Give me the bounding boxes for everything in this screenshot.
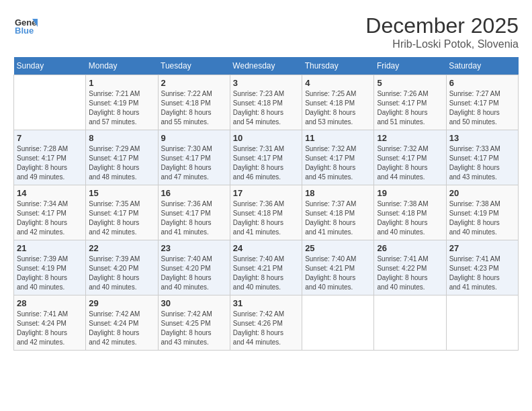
weekday-header-friday: Friday <box>374 57 446 75</box>
day-info: Sunrise: 7:36 AM Sunset: 4:18 PM Dayligh… <box>233 199 299 237</box>
calendar-cell: 29Sunrise: 7:42 AM Sunset: 4:24 PM Dayli… <box>86 295 158 351</box>
calendar-cell: 17Sunrise: 7:36 AM Sunset: 4:18 PM Dayli… <box>230 185 302 240</box>
calendar-cell: 4Sunrise: 7:25 AM Sunset: 4:18 PM Daylig… <box>302 75 374 130</box>
calendar-cell: 5Sunrise: 7:26 AM Sunset: 4:17 PM Daylig… <box>374 75 446 130</box>
day-info: Sunrise: 7:21 AM Sunset: 4:19 PM Dayligh… <box>89 89 154 127</box>
calendar-cell: 8Sunrise: 7:29 AM Sunset: 4:17 PM Daylig… <box>86 130 158 185</box>
calendar-cell <box>446 295 518 351</box>
day-number: 9 <box>161 133 227 143</box>
calendar-cell: 18Sunrise: 7:37 AM Sunset: 4:18 PM Dayli… <box>302 185 374 240</box>
day-info: Sunrise: 7:41 AM Sunset: 4:22 PM Dayligh… <box>377 255 443 292</box>
calendar-cell: 24Sunrise: 7:40 AM Sunset: 4:21 PM Dayli… <box>230 240 302 295</box>
day-info: Sunrise: 7:36 AM Sunset: 4:17 PM Dayligh… <box>161 199 227 237</box>
day-number: 10 <box>233 133 299 143</box>
calendar-cell: 30Sunrise: 7:42 AM Sunset: 4:25 PM Dayli… <box>158 295 230 351</box>
calendar-cell: 19Sunrise: 7:38 AM Sunset: 4:18 PM Dayli… <box>374 185 446 240</box>
location-title: Hrib-Loski Potok, Slovenia <box>365 38 519 50</box>
day-number: 29 <box>89 298 154 308</box>
day-info: Sunrise: 7:42 AM Sunset: 4:26 PM Dayligh… <box>233 310 299 347</box>
day-info: Sunrise: 7:40 AM Sunset: 4:21 PM Dayligh… <box>305 255 371 292</box>
calendar-body: 1Sunrise: 7:21 AM Sunset: 4:19 PM Daylig… <box>14 75 519 351</box>
day-number: 19 <box>377 188 443 198</box>
day-number: 22 <box>89 243 154 253</box>
day-info: Sunrise: 7:42 AM Sunset: 4:25 PM Dayligh… <box>161 310 227 347</box>
day-info: Sunrise: 7:30 AM Sunset: 4:17 PM Dayligh… <box>161 144 227 182</box>
day-number: 13 <box>449 133 515 143</box>
logo: General Blue <box>13 13 38 38</box>
day-info: Sunrise: 7:38 AM Sunset: 4:18 PM Dayligh… <box>377 199 443 237</box>
calendar-week-5: 28Sunrise: 7:41 AM Sunset: 4:24 PM Dayli… <box>14 295 519 351</box>
day-info: Sunrise: 7:23 AM Sunset: 4:18 PM Dayligh… <box>233 89 299 127</box>
day-number: 3 <box>233 78 299 88</box>
calendar-table: SundayMondayTuesdayWednesdayThursdayFrid… <box>13 57 519 351</box>
calendar-cell: 26Sunrise: 7:41 AM Sunset: 4:22 PM Dayli… <box>374 240 446 295</box>
weekday-header-thursday: Thursday <box>302 57 374 75</box>
calendar-week-4: 21Sunrise: 7:39 AM Sunset: 4:19 PM Dayli… <box>14 240 519 295</box>
calendar-cell: 1Sunrise: 7:21 AM Sunset: 4:19 PM Daylig… <box>86 75 158 130</box>
calendar-cell: 25Sunrise: 7:40 AM Sunset: 4:21 PM Dayli… <box>302 240 374 295</box>
day-info: Sunrise: 7:31 AM Sunset: 4:17 PM Dayligh… <box>233 144 299 182</box>
calendar-cell: 14Sunrise: 7:34 AM Sunset: 4:17 PM Dayli… <box>14 185 86 240</box>
day-number: 8 <box>89 133 154 143</box>
day-number: 18 <box>305 188 371 198</box>
calendar-cell: 2Sunrise: 7:22 AM Sunset: 4:18 PM Daylig… <box>158 75 230 130</box>
calendar-week-2: 7Sunrise: 7:28 AM Sunset: 4:17 PM Daylig… <box>14 130 519 185</box>
calendar-cell: 31Sunrise: 7:42 AM Sunset: 4:26 PM Dayli… <box>230 295 302 351</box>
day-info: Sunrise: 7:25 AM Sunset: 4:18 PM Dayligh… <box>305 89 371 127</box>
page-header: General Blue December 2025 Hrib-Loski Po… <box>13 13 519 50</box>
day-info: Sunrise: 7:27 AM Sunset: 4:17 PM Dayligh… <box>449 89 515 127</box>
day-number: 17 <box>233 188 299 198</box>
calendar-cell: 7Sunrise: 7:28 AM Sunset: 4:17 PM Daylig… <box>14 130 86 185</box>
day-info: Sunrise: 7:41 AM Sunset: 4:24 PM Dayligh… <box>17 310 83 347</box>
day-info: Sunrise: 7:29 AM Sunset: 4:17 PM Dayligh… <box>89 144 154 182</box>
calendar-cell: 22Sunrise: 7:39 AM Sunset: 4:20 PM Dayli… <box>86 240 158 295</box>
day-info: Sunrise: 7:42 AM Sunset: 4:24 PM Dayligh… <box>89 310 154 347</box>
weekday-header-sunday: Sunday <box>14 57 86 75</box>
calendar-cell: 20Sunrise: 7:38 AM Sunset: 4:19 PM Dayli… <box>446 185 518 240</box>
calendar-cell <box>14 75 86 130</box>
day-number: 23 <box>161 243 227 253</box>
calendar-week-1: 1Sunrise: 7:21 AM Sunset: 4:19 PM Daylig… <box>14 75 519 130</box>
day-number: 11 <box>305 133 371 143</box>
day-number: 24 <box>233 243 299 253</box>
weekday-header-saturday: Saturday <box>446 57 518 75</box>
day-number: 7 <box>17 133 83 143</box>
calendar-cell: 23Sunrise: 7:40 AM Sunset: 4:20 PM Dayli… <box>158 240 230 295</box>
day-number: 31 <box>233 298 299 308</box>
calendar-cell: 12Sunrise: 7:32 AM Sunset: 4:17 PM Dayli… <box>374 130 446 185</box>
day-info: Sunrise: 7:34 AM Sunset: 4:17 PM Dayligh… <box>17 199 83 237</box>
title-block: December 2025 Hrib-Loski Potok, Slovenia <box>365 13 519 50</box>
day-number: 5 <box>377 78 443 88</box>
day-info: Sunrise: 7:33 AM Sunset: 4:17 PM Dayligh… <box>449 144 515 182</box>
calendar-cell: 27Sunrise: 7:41 AM Sunset: 4:23 PM Dayli… <box>446 240 518 295</box>
day-info: Sunrise: 7:39 AM Sunset: 4:20 PM Dayligh… <box>89 255 154 292</box>
day-info: Sunrise: 7:38 AM Sunset: 4:19 PM Dayligh… <box>449 199 515 237</box>
calendar-cell: 6Sunrise: 7:27 AM Sunset: 4:17 PM Daylig… <box>446 75 518 130</box>
calendar-cell: 13Sunrise: 7:33 AM Sunset: 4:17 PM Dayli… <box>446 130 518 185</box>
month-title: December 2025 <box>365 13 519 38</box>
calendar-cell <box>302 295 374 351</box>
day-info: Sunrise: 7:40 AM Sunset: 4:21 PM Dayligh… <box>233 255 299 292</box>
day-number: 30 <box>161 298 227 308</box>
day-number: 1 <box>89 78 154 88</box>
weekday-header-wednesday: Wednesday <box>230 57 302 75</box>
calendar-cell: 15Sunrise: 7:35 AM Sunset: 4:17 PM Dayli… <box>86 185 158 240</box>
calendar-cell: 9Sunrise: 7:30 AM Sunset: 4:17 PM Daylig… <box>158 130 230 185</box>
calendar-cell: 10Sunrise: 7:31 AM Sunset: 4:17 PM Dayli… <box>230 130 302 185</box>
calendar-cell: 28Sunrise: 7:41 AM Sunset: 4:24 PM Dayli… <box>14 295 86 351</box>
day-number: 12 <box>377 133 443 143</box>
day-info: Sunrise: 7:26 AM Sunset: 4:17 PM Dayligh… <box>377 89 443 127</box>
day-info: Sunrise: 7:32 AM Sunset: 4:17 PM Dayligh… <box>377 144 443 182</box>
day-number: 15 <box>89 188 154 198</box>
calendar-week-3: 14Sunrise: 7:34 AM Sunset: 4:17 PM Dayli… <box>14 185 519 240</box>
day-number: 20 <box>449 188 515 198</box>
day-info: Sunrise: 7:41 AM Sunset: 4:23 PM Dayligh… <box>449 255 515 292</box>
calendar-cell: 16Sunrise: 7:36 AM Sunset: 4:17 PM Dayli… <box>158 185 230 240</box>
weekday-header-tuesday: Tuesday <box>158 57 230 75</box>
day-number: 6 <box>449 78 515 88</box>
day-number: 26 <box>377 243 443 253</box>
day-info: Sunrise: 7:37 AM Sunset: 4:18 PM Dayligh… <box>305 199 371 237</box>
day-number: 28 <box>17 298 83 308</box>
day-info: Sunrise: 7:35 AM Sunset: 4:17 PM Dayligh… <box>89 199 154 237</box>
calendar-cell: 3Sunrise: 7:23 AM Sunset: 4:18 PM Daylig… <box>230 75 302 130</box>
